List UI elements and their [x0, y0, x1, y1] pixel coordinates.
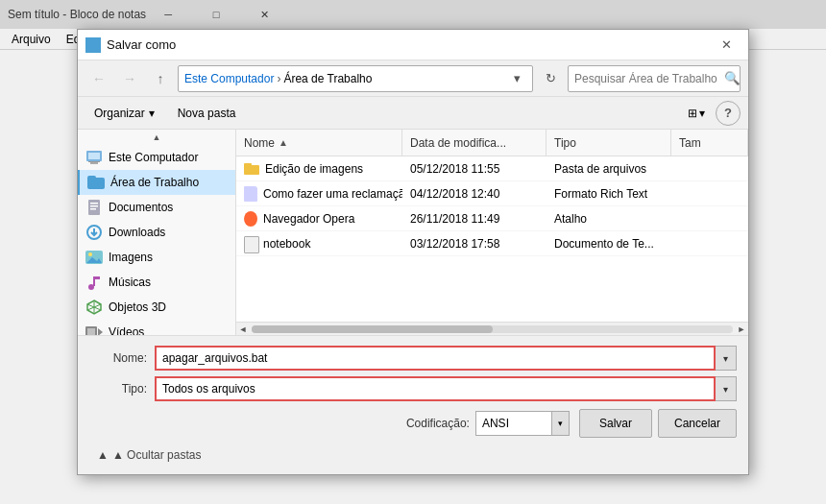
file-cell-size [671, 156, 748, 180]
shortcut-icon [244, 211, 257, 227]
col-header-name[interactable]: Nome ▲ [236, 130, 402, 156]
nav-item-objetos3d[interactable]: Objetos 3D [78, 295, 235, 320]
svg-rect-4 [88, 200, 100, 215]
file-date: 26/11/2018 11:49 [410, 212, 499, 226]
filetype-dropdown-btn[interactable]: ▾ [716, 376, 737, 401]
cancel-button[interactable]: Cancelar [658, 409, 737, 438]
file-type: Atalho [554, 212, 587, 226]
breadcrumb-sep: › [277, 72, 280, 85]
folder-icon [244, 163, 259, 175]
view-icon: ⊞ [688, 107, 697, 120]
nav-item-videos[interactable]: Vídeos [78, 320, 235, 335]
imagens-icon [85, 249, 103, 266]
filename-dropdown-btn[interactable]: ▾ [716, 346, 737, 371]
breadcrumb-current: Área de Trabalho [283, 72, 372, 85]
save-as-dialog: Salvar como ✕ ← → ↑ Este Computador › Ár… [77, 29, 749, 475]
col-header-type[interactable]: Tipo [547, 130, 671, 156]
file-list-header: Nome ▲ Data de modifica... Tipo Tam [236, 130, 748, 156]
svg-rect-15 [94, 276, 100, 279]
hide-folders-label: ▲ Ocultar pastas [112, 448, 202, 462]
search-button[interactable]: 🔍 [724, 65, 741, 92]
file-type: Documento de Te... [554, 237, 654, 251]
nav-item-documentos[interactable]: Documentos [78, 195, 235, 220]
breadcrumb-computer[interactable]: Este Computador [184, 72, 274, 85]
type-label: Tipo: [89, 382, 147, 396]
view-mode-button[interactable]: ⊞ ▾ [681, 101, 712, 126]
col-header-date[interactable]: Data de modifica... [402, 130, 547, 156]
dialog-titlebar: Salvar como ✕ [78, 30, 748, 60]
refresh-button[interactable]: ↻ [537, 65, 564, 92]
nav-label-desktop: Área de Trabalho [110, 176, 199, 189]
svg-rect-2 [90, 162, 98, 164]
file-cell-type: Pasta de arquivos [547, 156, 671, 180]
desktop-icon [87, 174, 105, 191]
left-nav-panel: ▲ Este Computador [78, 130, 236, 335]
file-name: notebook [263, 237, 310, 251]
filetype-select[interactable]: Todos os arquivos [155, 376, 716, 401]
hide-folders-arrow-icon: ▲ [97, 448, 109, 462]
scroll-left-btn[interactable]: ◄ [236, 323, 250, 336]
scroll-thumb [252, 325, 493, 333]
file-cell-name: Como fazer uma reclamação para a Anat... [236, 181, 402, 205]
col-size-label: Tam [679, 136, 701, 150]
downloads-icon [85, 224, 103, 241]
nav-label-videos: Vídeos [109, 325, 144, 335]
file-cell-date: 05/12/2018 11:55 [402, 156, 547, 180]
save-button[interactable]: Salvar [579, 409, 652, 438]
file-cell-date: 26/11/2018 11:49 [402, 206, 547, 230]
organize-button[interactable]: Organizar ▾ [85, 101, 163, 126]
file-row[interactable]: Como fazer uma reclamação para a Anat...… [236, 181, 748, 206]
nav-item-desktop[interactable]: Área de Trabalho [78, 170, 235, 195]
help-button[interactable]: ? [716, 101, 741, 126]
nav-item-musicas[interactable]: Músicas [78, 270, 235, 295]
svg-rect-22 [87, 328, 95, 335]
nav-label-musicas: Músicas [109, 276, 151, 289]
file-row[interactable]: Navegador Opera 26/11/2018 11:49 Atalho [236, 206, 748, 231]
svg-rect-7 [90, 208, 96, 210]
filename-input[interactable] [155, 346, 716, 371]
scroll-track [252, 325, 733, 333]
view-arrow-icon: ▾ [699, 107, 705, 120]
computer-icon [85, 149, 103, 166]
organize-label: Organizar [94, 107, 145, 120]
file-cell-date: 03/12/2018 17:58 [402, 231, 547, 255]
codificacao-arrow-btn[interactable]: ▾ [552, 411, 570, 436]
file-name: Edição de imagens [265, 162, 363, 176]
dialog-action-toolbar: Organizar ▾ Nova pasta ⊞ ▾ ? [78, 97, 748, 130]
scroll-up-btn[interactable]: ▲ [78, 130, 235, 145]
breadcrumb-dropdown-icon[interactable]: ▾ [507, 71, 526, 85]
col-date-label: Data de modifica... [410, 136, 506, 150]
rtf-icon [244, 186, 257, 202]
file-row[interactable]: notebook 03/12/2018 17:58 Documento de T… [236, 231, 748, 256]
nav-item-downloads[interactable]: Downloads [78, 220, 235, 245]
nav-item-imagens[interactable]: Imagens [78, 245, 235, 270]
dialog-footer: Nome: ▾ Tipo: Todos os arquivos ▾ Codifi [78, 335, 748, 474]
nav-item-computer[interactable]: Este Computador [78, 145, 235, 170]
svg-marker-21 [98, 328, 103, 335]
new-folder-button[interactable]: Nova pasta [169, 101, 245, 126]
name-input-wrap: ▾ [155, 346, 737, 371]
codificacao-select[interactable]: ANSI [475, 411, 552, 436]
file-list: Edição de imagens 05/12/2018 11:55 Pasta… [236, 156, 748, 322]
musicas-icon [85, 274, 103, 291]
videos-icon [85, 324, 103, 335]
col-name-label: Nome [244, 136, 275, 150]
forward-button[interactable]: → [116, 65, 143, 92]
file-row[interactable]: Edição de imagens 05/12/2018 11:55 Pasta… [236, 156, 748, 181]
up-button[interactable]: ↑ [147, 65, 174, 92]
hide-folders-button[interactable]: ▲ ▲ Ocultar pastas [89, 445, 208, 465]
search-box: 🔍 [568, 65, 741, 92]
back-button[interactable]: ← [85, 65, 112, 92]
dialog-overlay: Salvar como ✕ ← → ↑ Este Computador › Ár… [0, 0, 826, 504]
horizontal-scrollbar: ◄ ► [236, 322, 748, 335]
file-type: Pasta de arquivos [554, 162, 646, 176]
scroll-right-btn[interactable]: ► [735, 323, 748, 336]
codificacao-label: Codificação: [406, 417, 470, 430]
file-list-panel: Nome ▲ Data de modifica... Tipo Tam [236, 130, 748, 335]
nav-label-downloads: Downloads [109, 226, 165, 239]
col-header-size[interactable]: Tam [671, 130, 748, 156]
search-input[interactable] [569, 66, 724, 91]
dialog-close-button[interactable]: ✕ [712, 32, 741, 59]
view-toggle: ⊞ ▾ ? [681, 101, 741, 126]
file-cell-type: Atalho [547, 206, 671, 230]
